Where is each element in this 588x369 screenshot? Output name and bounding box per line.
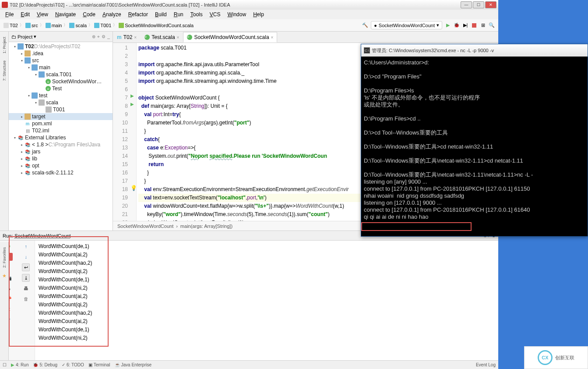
hammer-icon[interactable]: 🔨 [362,22,368,28]
coverage-button[interactable]: ▶| [462,22,468,28]
titlebar: T02 [D:\IdeaProjects\T02] - ...\src\main… [0,0,498,10]
project-tree[interactable]: ▾T02 D:\IdeaProjects\T02▸.idea▾src▾main▾… [9,42,113,231]
breadcrumb-item[interactable]: T02 [4,23,18,28]
tab-close-icon[interactable]: × [177,35,180,40]
run-output[interactable]: WordWithCount(de,1)WordWithCount(ai,2)Wo… [35,241,498,360]
status-todo-tab[interactable]: ✓6: TODO [62,362,84,367]
event-log[interactable]: Event Log [476,362,496,367]
editor-tab[interactable]: oSocketWindowWordCount.scala× [183,32,277,43]
maximize-button[interactable]: ☐ [473,1,484,8]
clear-icon[interactable]: 🗑 [22,295,30,303]
run-gutter-icon[interactable]: ▶ [130,93,134,98]
tree-node[interactable]: ▾📚External Libraries [9,134,113,141]
tree-node[interactable]: ▾T02 D:\IdeaProjects\T02 [9,43,113,50]
tree-node[interactable]: mpom.xml [9,120,113,127]
hide-icon[interactable]: ⎯ [107,34,110,39]
status-javaee-tab[interactable]: ☕Java Enterprise [115,362,151,367]
left-tool-gutter: 1: Project 7: Structure [0,32,9,231]
breadcrumb-item[interactable]: main(args: Array[String]) [180,224,232,229]
minimize-button[interactable]: — [461,1,472,8]
cmd-titlebar: C:\ 管理员: C:\Windows\system32\cmd.exe - n… [361,44,588,57]
status-menu-icon[interactable]: ☐ [3,362,7,367]
structure-icon[interactable]: ⊞ [480,22,486,28]
softwrap-icon[interactable]: ↩ [22,263,30,271]
tab-close-icon[interactable]: × [134,35,137,40]
scroll-icon[interactable]: ⤓ [22,274,30,282]
status-debug-tab[interactable]: 🐞5: Debug [33,362,57,367]
menu-file[interactable]: File [2,11,17,18]
chevron-right-icon: 〉 [63,22,67,28]
status-run-tab[interactable]: ▶4: Run [11,362,28,367]
breadcrumb-item[interactable]: main [46,23,62,28]
breadcrumb-item[interactable]: scala [69,23,87,28]
tree-node[interactable]: oTest [9,85,113,92]
menu-edit[interactable]: Edit [17,11,33,18]
structure-tool-tab[interactable]: 7: Structure [1,57,7,85]
cmd-body[interactable]: C:\Users\Administrator>d: D:\>cd "Progra… [361,57,588,236]
logo-text: 创新互联 [555,355,574,361]
run-button[interactable]: ▶ [445,22,451,28]
breadcrumb-item[interactable]: T001 [94,23,111,28]
menu-view[interactable]: View [33,11,52,18]
tree-node[interactable]: oSocketWindowWor… [9,78,113,85]
tree-node[interactable]: ▾test [9,92,113,99]
run-header-prefix: Run: [3,233,13,238]
down-icon[interactable]: ↓ [22,253,30,261]
favorites-tool-tab[interactable]: 2: Favorites [1,244,7,271]
menu-vcs[interactable]: VCS [206,11,224,18]
run-tool-window: Run: SocketWindowWordCount ⚙▾ ⤓ ↻ ■ ‖ 📷 … [0,231,498,360]
menu-run[interactable]: Run [170,11,187,18]
tree-node[interactable]: ▸target [9,113,113,120]
run-gutter-icon[interactable]: ▶ [130,102,134,106]
menu-refactor[interactable]: Refactor [125,11,151,18]
stop-button[interactable] [471,22,477,28]
menubar: FileEditViewNavigateCodeAnalyzeRefactorB… [0,10,498,19]
window-controls: — ☐ ✕ [461,1,496,8]
tree-node[interactable]: ▾scala [9,99,113,106]
tree-node[interactable]: ▸📚jars [9,148,113,155]
close-button[interactable]: ✕ [485,1,496,8]
status-terminal-tab[interactable]: ▣Terminal [88,362,110,367]
run-config-dropdown[interactable]: ● SocketWindowWordCount ▾ [371,21,442,29]
app-icon [2,2,8,8]
status-bar: ☐ ▶4: Run 🐞5: Debug ✓6: TODO ▣Terminal ☕… [0,360,498,369]
breadcrumb-item[interactable]: SocketWindowWordCount.scala [119,23,194,28]
debug-button[interactable]: 🐞 [454,22,460,28]
editor-tab[interactable]: mT02× [113,32,141,43]
gear-icon[interactable]: ⚙ [102,34,106,39]
tree-node[interactable]: ▤T02.iml [9,127,113,134]
tree-node[interactable]: ▸📚< 1.8 > C:\Program Files\Java [9,141,113,148]
tree-node[interactable]: T001 [9,106,113,113]
print-icon[interactable]: 🖶 [22,284,30,292]
tree-node[interactable]: ▾main [9,64,113,71]
tree-node[interactable]: ▸📚lib [9,155,113,162]
menu-code[interactable]: Code [79,11,99,18]
locate-icon[interactable]: ⌖ [97,34,100,39]
breadcrumb-item[interactable]: SocketWindowWordCount [117,224,173,229]
collapse-icon[interactable]: ⊕ [92,34,95,39]
menu-window[interactable]: Window [224,11,250,18]
up-icon[interactable]: ↑ [22,242,30,250]
cmd-title-text: 管理员: C:\Windows\system32\cmd.exe - nc -L… [372,47,494,54]
tree-node[interactable]: ▾src [9,57,113,64]
menu-help[interactable]: Help [250,11,268,18]
tree-node[interactable]: ▸.idea [9,50,113,57]
menu-navigate[interactable]: Navigate [52,11,79,18]
project-panel-title[interactable]: 🗀 Project ▾ [11,34,90,39]
tree-node[interactable]: ▸📚scala-sdk-2.11.12 [9,169,113,176]
editor-tab[interactable]: oTest.scala× [141,32,183,43]
search-icon[interactable]: 🔍 [489,22,495,28]
breadcrumb-item[interactable]: src [25,23,38,28]
menu-tools[interactable]: Tools [187,11,206,18]
tab-close-icon[interactable]: × [271,35,274,40]
star-icon[interactable]: ★ [2,273,7,279]
tree-node[interactable]: ▸📚opt [9,162,113,169]
menu-build[interactable]: Build [151,11,170,18]
line-number-gutter: 12345678910111213141516171819202122 [113,43,130,221]
chevron-right-icon: 〉 [88,22,92,28]
menu-analyze[interactable]: Analyze [99,11,125,18]
bulb-icon[interactable]: 💡 [130,185,137,191]
run-header-config[interactable]: SocketWindowWordCount [14,233,70,238]
project-tool-tab[interactable]: 1: Project [1,33,7,57]
tree-node[interactable]: ▾scala.T001 [9,71,113,78]
